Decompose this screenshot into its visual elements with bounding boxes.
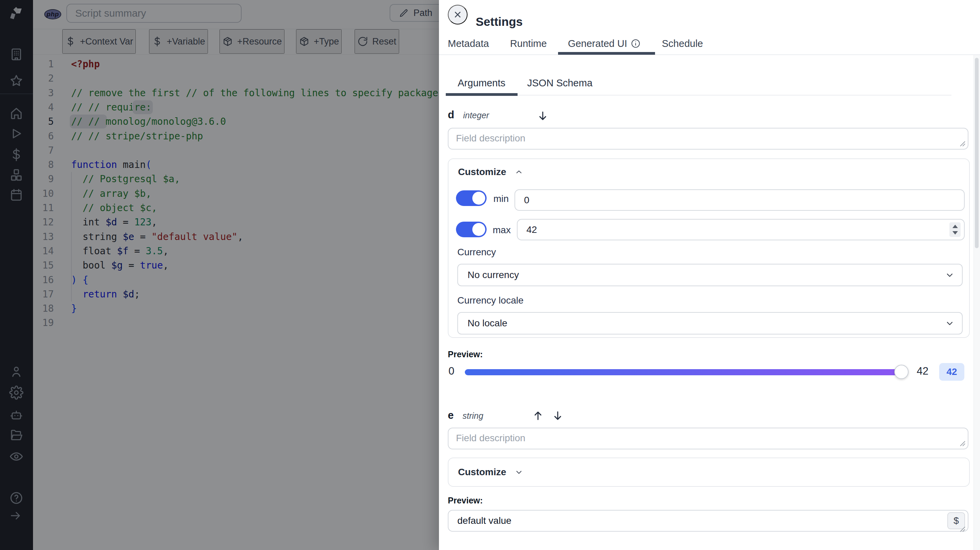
field-d-customize-toggle[interactable]: Customize (458, 166, 523, 178)
field-d-header: d integer (448, 109, 489, 123)
field-e-header: e string (448, 409, 483, 423)
field-e-name: e (448, 409, 453, 422)
drawer-title: Settings (476, 15, 523, 29)
chevron-down-icon (945, 270, 955, 280)
close-button[interactable] (448, 5, 468, 24)
slider-max-label: 42 (917, 365, 928, 377)
min-toggle[interactable] (456, 190, 487, 206)
slider-value-badge: 42 (939, 363, 964, 381)
field-e-customize-toggle[interactable]: Customize (458, 458, 523, 486)
field-e-description-input[interactable] (448, 428, 969, 449)
chevron-up-icon (514, 168, 523, 176)
max-toggle[interactable] (456, 222, 487, 237)
tab-metadata[interactable]: Metadata (448, 38, 489, 49)
app-window: php Path +Context Var +Variable +Resourc… (0, 0, 980, 550)
spinner-down-icon[interactable] (953, 231, 958, 235)
active-tab-underline (558, 52, 655, 55)
max-label: max (493, 225, 511, 236)
info-icon (630, 38, 641, 49)
field-e-type: string (463, 411, 483, 421)
currency-select[interactable]: No currency (457, 264, 963, 286)
move-down-icon[interactable] (552, 410, 563, 422)
tabs-divider (439, 54, 980, 55)
number-spinner[interactable] (950, 222, 961, 237)
resize-handle-icon[interactable] (959, 140, 966, 147)
field-e-customize-box: Customize (448, 458, 970, 487)
drawer-scrollbar[interactable] (974, 55, 980, 550)
field-d-preview-label: Preview: (448, 349, 483, 359)
slider-knob[interactable] (894, 365, 908, 379)
currency-locale-select[interactable]: No locale (457, 312, 963, 334)
tab-generated-ui[interactable]: Generated UI (568, 38, 641, 49)
slider-track[interactable] (465, 369, 904, 375)
subtab-arguments[interactable]: Arguments (458, 78, 505, 92)
close-icon (453, 10, 463, 19)
currency-locale-value: No locale (468, 318, 508, 329)
generated-ui-subtabs: Arguments JSON Schema (458, 78, 592, 92)
tab-runtime[interactable]: Runtime (510, 38, 547, 49)
move-up-icon[interactable] (532, 410, 544, 422)
field-e-preview-label: Preview: (448, 496, 483, 506)
field-d-customize-box: Customize min max Currency No currency C… (448, 159, 970, 338)
max-input[interactable] (517, 219, 965, 240)
spinner-up-icon[interactable] (953, 225, 958, 228)
min-input[interactable] (514, 189, 965, 211)
min-label: min (493, 193, 509, 204)
field-e-preview-input[interactable] (448, 510, 969, 532)
subtabs-divider (446, 95, 951, 95)
field-d-type: integer (463, 111, 489, 120)
currency-locale-label: Currency locale (457, 295, 524, 306)
resize-handle-icon[interactable] (959, 440, 966, 447)
active-subtab-underline (446, 93, 517, 96)
settings-tabs: Metadata Runtime Generated UI Schedule (448, 33, 703, 54)
subtab-json-schema[interactable]: JSON Schema (527, 78, 592, 92)
field-d-name: d (448, 109, 454, 121)
currency-value: No currency (468, 269, 519, 281)
slider-min-label: 0 (449, 365, 454, 377)
tab-schedule[interactable]: Schedule (662, 38, 703, 49)
resize-handle-icon[interactable] (959, 526, 966, 532)
scrollbar-thumb[interactable] (975, 58, 978, 248)
move-down-icon[interactable] (537, 110, 549, 122)
chevron-down-icon (945, 319, 955, 328)
settings-drawer: Settings Metadata Runtime Generated UI S… (439, 0, 980, 550)
customize-label: Customize (458, 166, 506, 178)
customize-label: Customize (458, 467, 506, 478)
tab-generated-ui-label: Generated UI (568, 38, 627, 49)
currency-label: Currency (457, 247, 496, 258)
chevron-down-icon (514, 468, 523, 477)
field-d-description-input[interactable] (448, 128, 969, 149)
